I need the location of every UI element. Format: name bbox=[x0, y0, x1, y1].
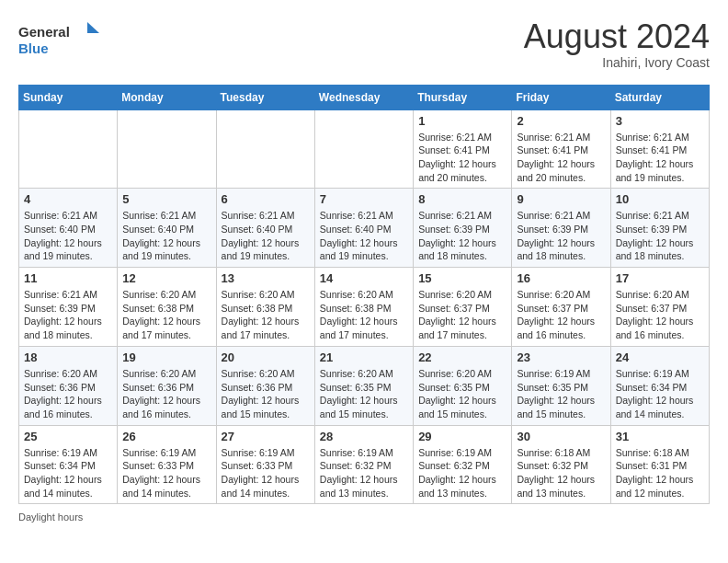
day-of-week-header: Saturday bbox=[610, 85, 709, 109]
subtitle: Inahiri, Ivory Coast bbox=[524, 55, 710, 70]
day-number: 25 bbox=[24, 430, 112, 443]
day-number: 22 bbox=[418, 350, 506, 364]
calendar-cell: 11Sunrise: 6:21 AMSunset: 6:39 PMDayligh… bbox=[19, 268, 118, 347]
calendar-cell: 9Sunrise: 6:21 AMSunset: 6:39 PMDaylight… bbox=[512, 189, 610, 268]
calendar-cell: 31Sunrise: 6:18 AMSunset: 6:31 PMDayligh… bbox=[610, 425, 709, 504]
day-info: Sunrise: 6:19 AMSunset: 6:32 PMDaylight:… bbox=[320, 446, 408, 500]
calendar-cell: 1Sunrise: 6:21 AMSunset: 6:41 PMDaylight… bbox=[414, 109, 512, 189]
day-number: 20 bbox=[222, 350, 310, 364]
day-info: Sunrise: 6:20 AMSunset: 6:35 PMDaylight:… bbox=[418, 367, 506, 421]
calendar-cell: 14Sunrise: 6:20 AMSunset: 6:38 PMDayligh… bbox=[314, 268, 413, 347]
day-number: 3 bbox=[616, 114, 704, 128]
day-number: 17 bbox=[616, 271, 704, 285]
calendar-cell: 24Sunrise: 6:19 AMSunset: 6:34 PMDayligh… bbox=[610, 346, 709, 425]
calendar-header: SundayMondayTuesdayWednesdayThursdayFrid… bbox=[19, 85, 710, 109]
calendar-cell: 19Sunrise: 6:20 AMSunset: 6:36 PMDayligh… bbox=[118, 346, 216, 425]
calendar-week-row: 18Sunrise: 6:20 AMSunset: 6:36 PMDayligh… bbox=[19, 346, 710, 425]
calendar-week-row: 1Sunrise: 6:21 AMSunset: 6:41 PMDaylight… bbox=[19, 109, 710, 189]
day-number: 2 bbox=[517, 114, 605, 128]
day-info: Sunrise: 6:21 AMSunset: 6:40 PMDaylight:… bbox=[222, 209, 310, 263]
calendar-cell: 22Sunrise: 6:20 AMSunset: 6:35 PMDayligh… bbox=[414, 346, 512, 425]
day-info: Sunrise: 6:19 AMSunset: 6:33 PMDaylight:… bbox=[222, 446, 310, 500]
calendar-cell: 2Sunrise: 6:21 AMSunset: 6:41 PMDaylight… bbox=[512, 109, 610, 189]
day-info: Sunrise: 6:21 AMSunset: 6:39 PMDaylight:… bbox=[616, 209, 704, 263]
calendar-cell: 4Sunrise: 6:21 AMSunset: 6:40 PMDaylight… bbox=[19, 189, 118, 268]
calendar-cell: 13Sunrise: 6:20 AMSunset: 6:38 PMDayligh… bbox=[216, 268, 314, 347]
day-info: Sunrise: 6:21 AMSunset: 6:40 PMDaylight:… bbox=[320, 209, 408, 263]
day-info: Sunrise: 6:21 AMSunset: 6:40 PMDaylight:… bbox=[122, 209, 210, 263]
day-of-week-header: Sunday bbox=[19, 85, 118, 109]
day-info: Sunrise: 6:21 AMSunset: 6:39 PMDaylight:… bbox=[517, 209, 605, 263]
calendar-cell: 30Sunrise: 6:18 AMSunset: 6:32 PMDayligh… bbox=[512, 425, 610, 504]
calendar-cell: 23Sunrise: 6:19 AMSunset: 6:35 PMDayligh… bbox=[512, 346, 610, 425]
day-of-week-header: Monday bbox=[118, 85, 216, 109]
calendar-cell: 25Sunrise: 6:19 AMSunset: 6:34 PMDayligh… bbox=[19, 425, 118, 504]
calendar-cell: 27Sunrise: 6:19 AMSunset: 6:33 PMDayligh… bbox=[216, 425, 314, 504]
day-info: Sunrise: 6:21 AMSunset: 6:39 PMDaylight:… bbox=[24, 288, 112, 342]
calendar-cell: 26Sunrise: 6:19 AMSunset: 6:33 PMDayligh… bbox=[118, 425, 216, 504]
day-number: 31 bbox=[616, 430, 704, 443]
day-info: Sunrise: 6:20 AMSunset: 6:37 PMDaylight:… bbox=[616, 288, 704, 342]
calendar-table: SundayMondayTuesdayWednesdayThursdayFrid… bbox=[18, 85, 710, 505]
calendar-cell bbox=[118, 109, 216, 189]
day-number: 27 bbox=[222, 430, 310, 443]
header-row: SundayMondayTuesdayWednesdayThursdayFrid… bbox=[19, 85, 710, 109]
day-info: Sunrise: 6:21 AMSunset: 6:40 PMDaylight:… bbox=[24, 209, 112, 263]
day-info: Sunrise: 6:20 AMSunset: 6:37 PMDaylight:… bbox=[517, 288, 605, 342]
calendar-cell: 6Sunrise: 6:21 AMSunset: 6:40 PMDaylight… bbox=[216, 189, 314, 268]
day-info: Sunrise: 6:19 AMSunset: 6:34 PMDaylight:… bbox=[616, 367, 704, 421]
calendar-cell: 29Sunrise: 6:19 AMSunset: 6:32 PMDayligh… bbox=[414, 425, 512, 504]
day-info: Sunrise: 6:18 AMSunset: 6:32 PMDaylight:… bbox=[517, 446, 605, 500]
svg-text:General: General bbox=[18, 24, 70, 40]
logo-svg: General Blue bbox=[18, 18, 101, 59]
svg-marker-1 bbox=[87, 22, 99, 33]
day-number: 26 bbox=[122, 430, 210, 443]
logo: General Blue bbox=[18, 18, 101, 59]
calendar-cell bbox=[216, 109, 314, 189]
calendar-body: 1Sunrise: 6:21 AMSunset: 6:41 PMDaylight… bbox=[19, 109, 710, 504]
day-info: Sunrise: 6:20 AMSunset: 6:36 PMDaylight:… bbox=[222, 367, 310, 421]
day-number: 21 bbox=[320, 350, 408, 364]
day-of-week-header: Tuesday bbox=[216, 85, 314, 109]
day-number: 12 bbox=[122, 271, 210, 285]
day-of-week-header: Friday bbox=[512, 85, 610, 109]
day-info: Sunrise: 6:21 AMSunset: 6:41 PMDaylight:… bbox=[616, 131, 704, 185]
day-info: Sunrise: 6:20 AMSunset: 6:37 PMDaylight:… bbox=[418, 288, 506, 342]
daylight-hours-label: Daylight hours bbox=[18, 511, 83, 523]
day-of-week-header: Wednesday bbox=[314, 85, 413, 109]
day-info: Sunrise: 6:21 AMSunset: 6:39 PMDaylight:… bbox=[418, 209, 506, 263]
day-number: 6 bbox=[222, 192, 310, 206]
calendar-cell: 5Sunrise: 6:21 AMSunset: 6:40 PMDaylight… bbox=[118, 189, 216, 268]
calendar-cell: 16Sunrise: 6:20 AMSunset: 6:37 PMDayligh… bbox=[512, 268, 610, 347]
day-of-week-header: Thursday bbox=[414, 85, 512, 109]
day-number: 13 bbox=[222, 271, 310, 285]
main-title: August 2024 bbox=[524, 18, 710, 55]
calendar-week-row: 25Sunrise: 6:19 AMSunset: 6:34 PMDayligh… bbox=[19, 425, 710, 504]
calendar-week-row: 11Sunrise: 6:21 AMSunset: 6:39 PMDayligh… bbox=[19, 268, 710, 347]
day-number: 24 bbox=[616, 350, 704, 364]
header: General Blue August 2024 Inahiri, Ivory … bbox=[18, 18, 710, 70]
day-number: 7 bbox=[320, 192, 408, 206]
day-number: 18 bbox=[24, 350, 112, 364]
day-number: 30 bbox=[517, 430, 605, 443]
day-number: 28 bbox=[320, 430, 408, 443]
footer: Daylight hours bbox=[18, 511, 710, 523]
day-number: 14 bbox=[320, 271, 408, 285]
day-info: Sunrise: 6:19 AMSunset: 6:35 PMDaylight:… bbox=[517, 367, 605, 421]
day-info: Sunrise: 6:20 AMSunset: 6:38 PMDaylight:… bbox=[320, 288, 408, 342]
svg-text:Blue: Blue bbox=[18, 40, 49, 56]
day-number: 11 bbox=[24, 271, 112, 285]
day-number: 4 bbox=[24, 192, 112, 206]
calendar-cell: 15Sunrise: 6:20 AMSunset: 6:37 PMDayligh… bbox=[414, 268, 512, 347]
day-number: 5 bbox=[122, 192, 210, 206]
day-number: 8 bbox=[418, 192, 506, 206]
day-info: Sunrise: 6:20 AMSunset: 6:38 PMDaylight:… bbox=[122, 288, 210, 342]
calendar-cell: 3Sunrise: 6:21 AMSunset: 6:41 PMDaylight… bbox=[610, 109, 709, 189]
day-number: 23 bbox=[517, 350, 605, 364]
calendar-cell bbox=[19, 109, 118, 189]
day-info: Sunrise: 6:19 AMSunset: 6:34 PMDaylight:… bbox=[24, 446, 112, 500]
day-number: 19 bbox=[122, 350, 210, 364]
calendar-cell: 28Sunrise: 6:19 AMSunset: 6:32 PMDayligh… bbox=[314, 425, 413, 504]
day-info: Sunrise: 6:20 AMSunset: 6:36 PMDaylight:… bbox=[122, 367, 210, 421]
calendar-cell: 8Sunrise: 6:21 AMSunset: 6:39 PMDaylight… bbox=[414, 189, 512, 268]
